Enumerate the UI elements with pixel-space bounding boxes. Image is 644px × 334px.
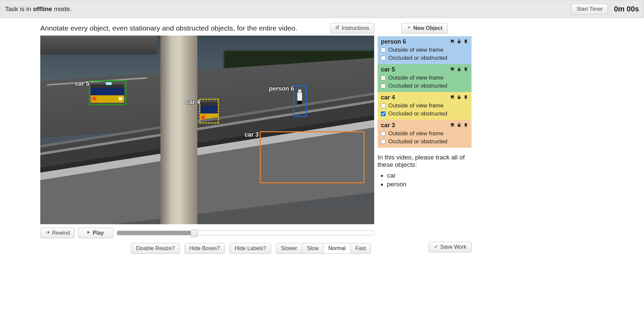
object-header: car 4 bbox=[381, 94, 468, 101]
lock-icon[interactable] bbox=[457, 123, 461, 128]
trash-icon[interactable] bbox=[463, 39, 468, 45]
rewind-button[interactable]: Rewind bbox=[40, 228, 75, 238]
bbox-car4[interactable]: car 4 bbox=[199, 99, 219, 124]
outside-checkbox[interactable] bbox=[381, 131, 386, 136]
lock-icon[interactable] bbox=[457, 39, 461, 45]
progress-slider[interactable] bbox=[117, 231, 374, 235]
object-header: car 3 bbox=[381, 122, 468, 129]
outside-label: Outside of view frame bbox=[388, 47, 443, 53]
new-object-wrap: New Object bbox=[378, 23, 472, 34]
start-timer-button[interactable]: Start Timer bbox=[572, 4, 608, 14]
outside-checkbox[interactable] bbox=[381, 48, 386, 52]
top-bar: Task is in offline mode. Start Timer 0m … bbox=[0, 0, 644, 18]
video-frame[interactable]: car 5 car 4 person 6 car 3 bbox=[40, 36, 374, 224]
bbox-label-car4: car 4 bbox=[186, 99, 200, 106]
lock-icon[interactable] bbox=[457, 95, 461, 100]
speed-fast-button[interactable]: Fast bbox=[350, 243, 371, 254]
task-title: Annotate every object, even stationary a… bbox=[40, 24, 297, 32]
speed-group: SlowerSlowNormalFast bbox=[276, 243, 371, 254]
object-item-person6[interactable]: person 6 Outside of view frame Occluded … bbox=[378, 36, 472, 64]
check-icon bbox=[434, 244, 438, 250]
occluded-checkbox-row[interactable]: Occluded or obstructed bbox=[381, 83, 468, 89]
tooltip-icon[interactable] bbox=[450, 39, 455, 45]
object-header: car 5 bbox=[381, 66, 468, 73]
object-header: person 6 bbox=[381, 38, 468, 45]
rewind-icon bbox=[45, 230, 50, 236]
occluded-checkbox[interactable] bbox=[381, 56, 386, 60]
trash-icon[interactable] bbox=[463, 95, 468, 100]
occluded-checkbox[interactable] bbox=[381, 139, 386, 144]
outside-checkbox-row[interactable]: Outside of view frame bbox=[381, 75, 468, 81]
object-name: car 4 bbox=[381, 94, 395, 101]
outside-label: Outside of view frame bbox=[388, 75, 443, 81]
disable-resize-button[interactable]: Disable Resize? bbox=[131, 243, 180, 254]
bbox-person6[interactable]: person 6 bbox=[293, 85, 307, 117]
hide-labels-label: Hide Labels? bbox=[235, 245, 266, 251]
instructions-button[interactable]: Instructions bbox=[330, 23, 374, 34]
object-item-car5[interactable]: car 5 Outside of view frame Occluded or … bbox=[378, 64, 472, 92]
object-icons bbox=[450, 95, 468, 100]
speed-slower-button[interactable]: Slower bbox=[276, 243, 302, 254]
bbox-car5[interactable]: car 5 bbox=[89, 80, 127, 105]
object-item-car4[interactable]: car 4 Outside of view frame Occluded or … bbox=[378, 92, 472, 120]
outside-checkbox-row[interactable]: Outside of view frame bbox=[381, 47, 468, 53]
save-label: Save Work bbox=[440, 244, 466, 250]
lock-icon[interactable] bbox=[457, 67, 461, 73]
slider-thumb[interactable] bbox=[191, 230, 198, 237]
bbox-car3[interactable]: car 3 bbox=[260, 131, 364, 183]
mode-word: offline bbox=[33, 5, 52, 12]
trash-icon[interactable] bbox=[463, 67, 468, 73]
bbox-label-car3: car 3 bbox=[245, 131, 259, 138]
tooltip-icon[interactable] bbox=[450, 67, 455, 73]
scene-upper-deck bbox=[40, 36, 157, 54]
left-column: Annotate every object, even stationary a… bbox=[40, 23, 374, 254]
outside-label: Outside of view frame bbox=[388, 102, 443, 109]
start-timer-label: Start Timer bbox=[577, 6, 603, 12]
outside-checkbox[interactable] bbox=[381, 103, 386, 108]
options-row: Disable Resize? Hide Boxes? Hide Labels?… bbox=[40, 243, 374, 254]
bbox-label-person6: person 6 bbox=[269, 85, 294, 92]
timer-display: 0m 00s bbox=[614, 5, 639, 13]
task-title-row: Annotate every object, even stationary a… bbox=[40, 23, 374, 34]
occluded-checkbox[interactable] bbox=[381, 111, 386, 116]
object-panel: person 6 Outside of view frame Occluded … bbox=[378, 36, 472, 148]
plus-icon bbox=[406, 25, 411, 31]
object-icons bbox=[450, 67, 468, 73]
speed-slow-button[interactable]: Slow bbox=[302, 243, 324, 254]
speed-normal-button[interactable]: Normal bbox=[323, 243, 350, 254]
hide-boxes-button[interactable]: Hide Boxes? bbox=[185, 243, 225, 254]
rewind-label: Rewind bbox=[52, 230, 70, 236]
popup-icon bbox=[335, 25, 340, 31]
playback-row: Rewind Play bbox=[40, 228, 374, 238]
occluded-label: Occluded or obstructed bbox=[388, 55, 447, 61]
save-work-button[interactable]: Save Work bbox=[429, 242, 472, 252]
outside-checkbox[interactable] bbox=[381, 76, 386, 80]
play-label: Play bbox=[93, 230, 104, 236]
slider-track[interactable] bbox=[117, 231, 374, 235]
slider-fill bbox=[117, 231, 194, 235]
occluded-checkbox[interactable] bbox=[381, 84, 386, 88]
track-type-item: car bbox=[387, 172, 472, 179]
scene-pillar bbox=[160, 36, 197, 224]
occluded-checkbox-row[interactable]: Occluded or obstructed bbox=[381, 138, 468, 145]
save-wrap: Save Work bbox=[378, 242, 472, 252]
mode-suffix: mode. bbox=[52, 5, 71, 12]
object-types-list: carperson bbox=[387, 172, 472, 188]
occluded-checkbox-row[interactable]: Occluded or obstructed bbox=[381, 110, 468, 117]
occluded-label: Occluded or obstructed bbox=[388, 83, 447, 89]
outside-checkbox-row[interactable]: Outside of view frame bbox=[381, 130, 468, 137]
hide-labels-button[interactable]: Hide Labels? bbox=[230, 243, 271, 254]
tooltip-icon[interactable] bbox=[450, 123, 455, 128]
play-button[interactable]: Play bbox=[78, 228, 113, 238]
new-object-button[interactable]: New Object bbox=[401, 23, 447, 34]
outside-checkbox-row[interactable]: Outside of view frame bbox=[381, 102, 468, 109]
object-item-car3[interactable]: car 3 Outside of view frame Occluded or … bbox=[378, 120, 472, 148]
object-icons bbox=[450, 39, 468, 45]
trash-icon[interactable] bbox=[463, 123, 468, 128]
instructions-label: Instructions bbox=[342, 25, 369, 31]
tooltip-icon[interactable] bbox=[450, 95, 455, 100]
track-type-item: person bbox=[387, 181, 472, 188]
track-instructions: In this video, please track all of these… bbox=[378, 154, 472, 169]
occluded-checkbox-row[interactable]: Occluded or obstructed bbox=[381, 55, 468, 61]
occluded-label: Occluded or obstructed bbox=[388, 138, 447, 145]
